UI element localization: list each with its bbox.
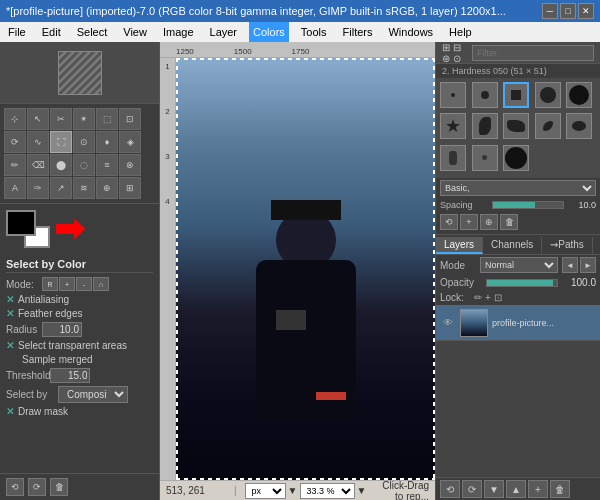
tool-smudge[interactable]: ≡ — [96, 154, 118, 176]
brush-item-13[interactable] — [503, 145, 529, 171]
fg-bg-colors[interactable] — [6, 210, 50, 248]
layer-mode-row: Mode Normal Multiply Screen ◄ ► — [436, 255, 600, 275]
spacing-slider[interactable] — [492, 201, 564, 209]
menu-file[interactable]: File — [4, 22, 30, 42]
lock-pixels-icon[interactable]: ✏ — [474, 292, 482, 303]
menu-tools[interactable]: Tools — [297, 22, 331, 42]
select-by-dropdown[interactable]: Composite Red Green Blue — [58, 386, 128, 403]
tool-transform[interactable]: ✴ — [73, 108, 95, 130]
tool-perspective[interactable]: ◈ — [119, 131, 141, 153]
tool-fuzzy-select[interactable]: ∿ — [27, 131, 49, 153]
antialiasing-check[interactable]: ✕ — [6, 294, 14, 305]
layer-visibility-icon[interactable]: 👁 — [440, 315, 456, 331]
brush-filter-input[interactable] — [472, 45, 594, 61]
tool-dodge-burn[interactable]: ◌ — [73, 154, 95, 176]
delete-icon[interactable]: 🗑 — [50, 478, 68, 496]
tool-move[interactable]: ⊹ — [4, 108, 26, 130]
brush-item-6[interactable]: ★ — [440, 113, 466, 139]
lock-alpha-icon[interactable]: ⊡ — [494, 292, 502, 303]
menu-help[interactable]: Help — [445, 22, 476, 42]
tool-pointer[interactable]: ↖ — [27, 108, 49, 130]
mode-btn-replace[interactable]: R — [42, 277, 58, 291]
layer-ctrl-copy[interactable]: ⟳ — [462, 480, 482, 498]
layer-mode-btn-left[interactable]: ◄ — [562, 257, 578, 273]
menu-view[interactable]: View — [119, 22, 151, 42]
feather-edges-check[interactable]: ✕ — [6, 308, 14, 319]
tool-color-picker[interactable]: ≋ — [73, 177, 95, 199]
menu-windows[interactable]: Windows — [384, 22, 437, 42]
tool-crop[interactable]: ⊞ — [119, 177, 141, 199]
brush-icon-refresh[interactable]: ⟲ — [440, 214, 458, 230]
ruler-mark-1500: 1500 — [234, 47, 252, 56]
minimize-button[interactable]: ─ — [542, 3, 558, 19]
brush-item-2[interactable] — [472, 82, 498, 108]
person-figure — [236, 200, 376, 480]
tool-scissors[interactable]: ✂ — [50, 108, 72, 130]
redo-icon[interactable]: ⟳ — [28, 478, 46, 496]
zoom-dropdown[interactable]: 33.3 % 50 % 100 % — [300, 483, 355, 499]
brush-icon-delete[interactable]: 🗑 — [500, 214, 518, 230]
tool-fill[interactable]: ⬤ — [50, 154, 72, 176]
tool-text[interactable]: A — [4, 177, 26, 199]
draw-mask-check[interactable]: ✕ — [6, 406, 14, 417]
undo-icon[interactable]: ⟲ — [6, 478, 24, 496]
menu-edit[interactable]: Edit — [38, 22, 65, 42]
spacing-value: 10.0 — [568, 200, 596, 210]
tab-layers[interactable]: Layers — [436, 237, 483, 254]
tab-channels[interactable]: Channels — [483, 237, 542, 254]
layer-item[interactable]: 👁 profile-picture... — [436, 305, 600, 341]
menu-select[interactable]: Select — [73, 22, 112, 42]
brush-item-11[interactable] — [440, 145, 466, 171]
brush-item-7[interactable] — [472, 113, 498, 139]
brush-item-4[interactable] — [535, 82, 561, 108]
mode-btn-intersect[interactable]: ∩ — [93, 277, 109, 291]
tool-ellipse-select[interactable]: ⊡ — [119, 108, 141, 130]
brush-item-1[interactable] — [440, 82, 466, 108]
layer-ctrl-add[interactable]: + — [528, 480, 548, 498]
mode-btn-add[interactable]: + — [59, 277, 75, 291]
layer-ctrl-down[interactable]: ▼ — [484, 480, 504, 498]
maximize-button[interactable]: □ — [560, 3, 576, 19]
select-transparent-check[interactable]: ✕ — [6, 340, 14, 351]
brush-preset-dropdown[interactable]: Basic, Classic — [440, 180, 596, 196]
menu-image[interactable]: Image — [159, 22, 198, 42]
lock-position-icon[interactable]: + — [485, 292, 491, 303]
canvas-viewport[interactable] — [176, 58, 435, 480]
unit-dropdown[interactable]: px mm — [245, 483, 286, 499]
foreground-color[interactable] — [6, 210, 36, 236]
layer-ctrl-up[interactable]: ▲ — [506, 480, 526, 498]
tool-paint[interactable]: ✏ — [4, 154, 26, 176]
opacity-slider[interactable] — [486, 279, 558, 287]
menu-layer[interactable]: Layer — [206, 22, 242, 42]
brush-item-12[interactable] — [472, 145, 498, 171]
brush-icon-copy[interactable]: ⊕ — [480, 214, 498, 230]
brush-icon-add[interactable]: + — [460, 214, 478, 230]
tool-path[interactable]: ✑ — [27, 177, 49, 199]
brush-item-3[interactable] — [503, 82, 529, 108]
menu-filters[interactable]: Filters — [339, 22, 377, 42]
brush-item-8[interactable] — [503, 113, 529, 139]
layer-mode-btn-right[interactable]: ► — [580, 257, 596, 273]
layer-mode-select[interactable]: Normal Multiply Screen — [480, 257, 558, 273]
mode-btn-subtract[interactable]: - — [76, 277, 92, 291]
brush-item-10[interactable] — [566, 113, 592, 139]
brush-item-9[interactable] — [535, 113, 561, 139]
radius-input[interactable] — [42, 322, 82, 337]
tab-paths[interactable]: ⇝Paths — [542, 237, 593, 254]
tool-clone[interactable]: ♦ — [96, 131, 118, 153]
tool-erase[interactable]: ⌫ — [27, 154, 49, 176]
tool-rect-select[interactable]: ⬚ — [96, 108, 118, 130]
ruler-v-3: 3 — [165, 152, 169, 161]
layer-ctrl-delete[interactable]: 🗑 — [550, 480, 570, 498]
tool-zoom[interactable]: ⊕ — [96, 177, 118, 199]
layer-ctrl-new[interactable]: ⟲ — [440, 480, 460, 498]
menu-colors[interactable]: Colors — [249, 22, 289, 42]
close-button[interactable]: ✕ — [578, 3, 594, 19]
tool-select-by-color[interactable]: ⛶ — [50, 131, 72, 153]
tool-measure[interactable]: ↗ — [50, 177, 72, 199]
tool-warp[interactable]: ⊗ — [119, 154, 141, 176]
threshold-input[interactable] — [50, 368, 90, 383]
brush-item-5[interactable] — [566, 82, 592, 108]
tool-free-select[interactable]: ⟳ — [4, 131, 26, 153]
tool-heal[interactable]: ⊙ — [73, 131, 95, 153]
